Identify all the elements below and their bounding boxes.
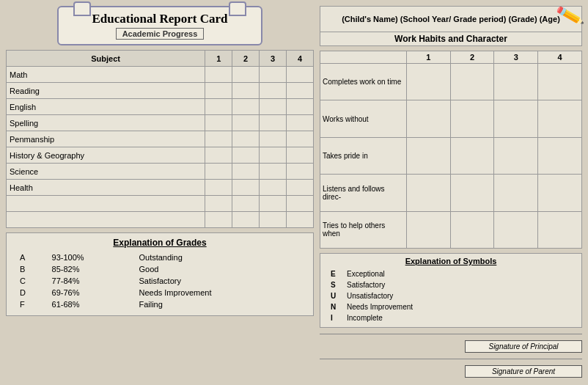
work-habits-header: Work Habits and Character	[320, 32, 582, 46]
work-habits-row: Listens and follows direc-	[320, 175, 582, 211]
symbol-label: Incomplete	[344, 313, 574, 323]
grade-range: 85-82%	[48, 264, 133, 274]
grades-row: B85-82%Good	[15, 264, 304, 274]
grade-cell	[232, 131, 260, 147]
grades-row: A93-100%Outstanding	[15, 252, 304, 263]
academic-row: History & Geography	[7, 147, 314, 164]
grade-letter: A	[15, 252, 46, 263]
work-habits-row: Takes pride in	[320, 137, 582, 174]
wh-col-label	[320, 51, 407, 64]
parent-signature-line: Signature of Parent	[320, 364, 582, 379]
grade-cell	[232, 67, 260, 83]
col-3: 3	[260, 51, 287, 67]
work-habits-row: Completes work on time	[320, 64, 582, 100]
academic-row: Math	[7, 67, 314, 83]
grade-cell	[205, 180, 232, 196]
symbols-table: EExceptionalSSatisfactoryUUnsatisfactory…	[326, 268, 576, 324]
academic-row: Reading	[7, 83, 314, 99]
grade-letter: D	[15, 287, 46, 298]
grade-cell	[232, 212, 260, 228]
student-info-box: (Child's Name) (School Year/ Grade perio…	[320, 6, 582, 32]
col-1: 1	[205, 51, 232, 67]
work-habits-table: 1 2 3 4 Completes work on timeWorks with…	[320, 51, 582, 249]
grade-cell	[205, 164, 232, 180]
right-panel: (Child's Name) (School Year/ Grade perio…	[320, 6, 582, 379]
subject-name: Reading	[7, 83, 205, 99]
grade-letter: F	[15, 299, 46, 309]
report-card-header: Educational Report Card Academic Progres…	[57, 6, 262, 45]
grade-letter: C	[15, 276, 46, 286]
symbols-row: NNeeds Improvement	[328, 302, 574, 312]
grade-cell	[205, 212, 232, 228]
grade-cell	[287, 67, 314, 83]
symbol-letter: S	[328, 280, 342, 290]
pencil-icon: ✏️	[554, 1, 585, 31]
symbol-letter: N	[328, 302, 342, 312]
symbols-row: EExceptional	[328, 269, 574, 279]
grade-range: 61-68%	[48, 299, 133, 309]
symbol-label: Exceptional	[344, 269, 574, 279]
work-habit-label: Works without	[320, 100, 407, 137]
grade-cell	[287, 131, 314, 147]
grade-label: Needs Improvement	[134, 287, 304, 298]
grade-range: 69-76%	[48, 287, 133, 298]
subject-name	[7, 212, 205, 228]
grade-cell	[260, 67, 287, 83]
work-habit-label: Tries to help others when	[320, 211, 407, 248]
grade-cell	[232, 115, 260, 131]
symbol-label: Satisfactory	[344, 280, 574, 290]
grade-cell	[232, 147, 260, 164]
academic-row: Science	[7, 164, 314, 180]
wh-col-4: 4	[538, 51, 582, 64]
grade-label: Failing	[134, 299, 304, 309]
grade-label: Outstanding	[134, 252, 304, 263]
grade-cell	[232, 83, 260, 99]
grade-cell	[205, 131, 232, 147]
work-habit-cell	[406, 137, 450, 174]
symbols-box: Explanation of Symbols EExceptionalSSati…	[320, 253, 582, 328]
grade-cell	[205, 99, 232, 115]
wh-col-2: 2	[450, 51, 494, 64]
grade-cell	[232, 196, 260, 212]
subject-name: History & Geography	[7, 147, 205, 164]
academic-row	[7, 212, 314, 228]
grade-cell	[205, 83, 232, 99]
grade-cell	[260, 212, 287, 228]
grade-cell	[260, 115, 287, 131]
grade-cell	[232, 164, 260, 180]
student-info-label: (Child's Name) (School Year/ Grade perio…	[342, 15, 560, 23]
work-habit-cell	[538, 175, 582, 211]
wh-col-1: 1	[406, 51, 450, 64]
work-habit-cell	[450, 137, 494, 174]
grade-cell	[205, 196, 232, 212]
subject-name: English	[7, 99, 205, 115]
symbol-label: Needs Improvement	[344, 302, 574, 312]
symbols-row: UUnsatisfactory	[328, 291, 574, 301]
grade-cell	[260, 131, 287, 147]
work-habit-label: Completes work on time	[320, 64, 407, 100]
subject-name: Spelling	[7, 115, 205, 131]
work-habit-cell	[494, 211, 538, 248]
grade-cell	[260, 83, 287, 99]
academic-table: Subject 1 2 3 4 MathReadingEnglishSpelli…	[6, 50, 314, 228]
grade-cell	[260, 180, 287, 196]
grades-row: F61-68%Failing	[15, 299, 304, 309]
grade-cell	[287, 180, 314, 196]
left-panel: Educational Report Card Academic Progres…	[6, 6, 314, 379]
divider-2	[320, 359, 582, 359]
work-habit-cell	[450, 100, 494, 137]
work-habit-cell	[450, 211, 494, 248]
work-habit-cell	[538, 137, 582, 174]
col-2: 2	[232, 51, 260, 67]
principal-signature-line: Signature of Principal	[320, 339, 582, 354]
grade-cell	[260, 147, 287, 164]
grade-range: 93-100%	[48, 252, 133, 263]
work-habit-cell	[538, 64, 582, 100]
grade-cell	[205, 67, 232, 83]
grade-cell	[287, 164, 314, 180]
report-title: Educational Report Card	[66, 12, 254, 26]
col-subject: Subject	[7, 51, 205, 67]
work-habit-cell	[538, 211, 582, 248]
symbol-letter: I	[328, 313, 342, 323]
grades-row: C77-84%Satisfactory	[15, 276, 304, 286]
